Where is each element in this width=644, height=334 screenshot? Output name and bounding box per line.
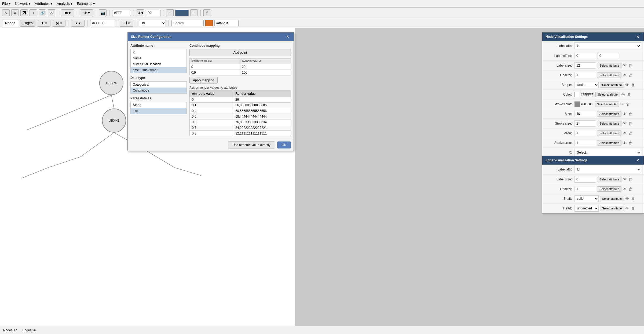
node-stroke-size-del[interactable]: 🗑 bbox=[627, 121, 633, 126]
node-shape-select-attr[interactable]: Select attribute bbox=[600, 82, 624, 88]
node-viz-close[interactable]: ✕ bbox=[635, 35, 641, 39]
node-opacity-eye[interactable]: 👁 bbox=[621, 72, 627, 78]
edges-tab[interactable]: Edges bbox=[20, 20, 36, 27]
menu-examples[interactable]: Examples ▾ bbox=[77, 2, 95, 6]
rotation-input[interactable] bbox=[146, 10, 160, 16]
edge-label-size-eye[interactable]: 👁 bbox=[621, 177, 627, 182]
size-render-close[interactable]: ✕ bbox=[285, 35, 290, 39]
edge-shaft-del[interactable]: 🗑 bbox=[630, 196, 636, 201]
tool-select[interactable]: ↖ bbox=[2, 9, 10, 16]
parse-string[interactable]: String bbox=[131, 102, 186, 108]
node-stroke-area-select-attr[interactable]: Select attribute bbox=[597, 140, 621, 146]
node-rbbp4[interactable]: RBBP4 bbox=[99, 71, 123, 95]
map-render-1[interactable] bbox=[242, 71, 289, 74]
tool-image[interactable]: 🖼 bbox=[20, 9, 28, 16]
edge-viz-close[interactable]: ✕ bbox=[635, 158, 641, 162]
edge-head-eye[interactable]: 👁 bbox=[624, 206, 630, 211]
node-opacity-select-attr[interactable]: Select attribute bbox=[597, 72, 621, 78]
rotate-ccw[interactable]: ↺ ▾ bbox=[137, 9, 144, 16]
map-render-0[interactable] bbox=[242, 65, 289, 69]
node-x-select[interactable]: Select... bbox=[575, 149, 641, 156]
node-color-input[interactable] bbox=[90, 20, 114, 26]
node-color-select-attr[interactable]: Select attribute bbox=[595, 92, 620, 97]
node-stroke-area-eye[interactable]: 👁 bbox=[621, 140, 627, 146]
node-color-swatch[interactable] bbox=[575, 92, 580, 97]
node-stroke-size-eye[interactable]: 👁 bbox=[621, 121, 627, 126]
menu-network[interactable]: Network ▾ bbox=[15, 2, 31, 6]
add-point-btn[interactable]: Add point bbox=[189, 49, 291, 56]
attr-subcellular[interactable]: subcellular_location bbox=[131, 61, 186, 67]
tool-screenshot[interactable]: 📷 bbox=[99, 9, 107, 16]
node-size-input[interactable] bbox=[575, 111, 596, 117]
edge-opacity-eye[interactable]: 👁 bbox=[621, 186, 627, 192]
node-label-offset-y[interactable] bbox=[598, 53, 619, 59]
label-btn[interactable]: Tl ▾ bbox=[120, 20, 133, 27]
color-display[interactable] bbox=[175, 10, 189, 16]
node-stroke-color-swatch[interactable] bbox=[575, 101, 580, 107]
map-attr-0[interactable] bbox=[191, 65, 239, 69]
map-attr-1[interactable] bbox=[191, 71, 239, 74]
tool-move[interactable]: ✥ bbox=[11, 9, 19, 16]
node-color-del[interactable]: 🗑 bbox=[626, 92, 632, 97]
node-color-eye[interactable]: 👁 bbox=[620, 92, 626, 97]
parse-list-item[interactable]: List bbox=[131, 108, 186, 114]
node-stroke-color-select-attr[interactable]: Select attribute bbox=[595, 101, 619, 107]
edge-label-size-input[interactable] bbox=[575, 176, 596, 183]
attr-time[interactable]: time1,time2,time3 bbox=[131, 67, 186, 73]
help-btn[interactable]: ? bbox=[203, 9, 211, 16]
tool-share[interactable]: ⇉ ▾ bbox=[61, 9, 74, 16]
node-label-size-eye[interactable]: 👁 bbox=[621, 63, 627, 68]
node-stroke-area-del[interactable]: 🗑 bbox=[627, 140, 633, 146]
node-label-offset-x[interactable] bbox=[575, 53, 596, 59]
zoom-in[interactable]: ＋ bbox=[190, 9, 198, 16]
tool-add-edge[interactable]: 🔗 bbox=[39, 9, 46, 16]
edge-label-attr-select[interactable]: Id bbox=[575, 166, 641, 173]
node-size-eye[interactable]: 👁 bbox=[621, 111, 627, 117]
dtype-continuous[interactable]: Continuous bbox=[131, 88, 186, 93]
edge-shaft-select-attr[interactable]: Select attribute bbox=[600, 196, 624, 201]
node-area-select-attr[interactable]: Select attribute bbox=[597, 130, 621, 136]
node-opacity-del[interactable]: 🗑 bbox=[627, 72, 633, 78]
accent-hex-input[interactable] bbox=[214, 20, 239, 26]
node-ubxn1[interactable]: UBXN1 bbox=[102, 108, 126, 133]
node-shape-del[interactable]: 🗑 bbox=[630, 82, 636, 88]
node-label-size-select-attr[interactable]: Select attribute bbox=[597, 63, 621, 68]
tool-add-node[interactable]: + bbox=[30, 9, 37, 16]
menu-attributes[interactable]: Attributes ▾ bbox=[35, 2, 53, 6]
node-stroke-size-select-attr[interactable]: Select attribute bbox=[597, 121, 621, 126]
edge-head-del[interactable]: 🗑 bbox=[630, 206, 636, 211]
menu-analysis[interactable]: Analysis ▾ bbox=[57, 2, 72, 6]
edge-head-select-attr[interactable]: Select attribute bbox=[600, 206, 624, 211]
node-opacity-input[interactable] bbox=[575, 72, 596, 78]
node-label-size-del[interactable]: 🗑 bbox=[627, 63, 633, 68]
edge-label-size-del[interactable]: 🗑 bbox=[627, 177, 633, 182]
tool-delete[interactable]: ✕ bbox=[48, 9, 55, 16]
node-stroke-size-input[interactable] bbox=[575, 120, 596, 127]
node-area-eye[interactable]: 👁 bbox=[621, 130, 627, 136]
node-shape-eye[interactable]: 👁 bbox=[624, 82, 630, 88]
node-stroke-color-del[interactable]: 🗑 bbox=[625, 101, 631, 107]
edge-shaft-eye[interactable]: 👁 bbox=[624, 196, 630, 201]
node-label-attr-select[interactable]: Id bbox=[575, 42, 641, 49]
edge-shaft-select[interactable]: solid bbox=[575, 195, 599, 202]
attr-name[interactable]: Name bbox=[131, 55, 186, 61]
attr-id[interactable]: Id bbox=[131, 49, 186, 55]
node-shape-select[interactable]: circle bbox=[575, 82, 599, 88]
zoom-out[interactable]: － bbox=[166, 9, 174, 16]
node-area-del[interactable]: 🗑 bbox=[627, 130, 633, 136]
edge-opacity-del[interactable]: 🗑 bbox=[627, 186, 633, 192]
node-size-del[interactable]: 🗑 bbox=[627, 111, 633, 117]
node-stroke-area-input[interactable] bbox=[575, 140, 596, 146]
circle-select[interactable]: ◉ ▾ bbox=[52, 20, 65, 27]
nodes-tab[interactable]: Nodes bbox=[2, 20, 18, 27]
star-btn[interactable]: ★ ▾ bbox=[37, 20, 50, 27]
node-area-input[interactable] bbox=[575, 130, 596, 136]
node-stroke-color-eye[interactable]: 👁 bbox=[619, 101, 625, 107]
menu-file[interactable]: File ▾ bbox=[2, 2, 11, 6]
edge-head-select[interactable]: undirected bbox=[575, 205, 599, 212]
label-select[interactable]: Id bbox=[139, 20, 166, 26]
node-shape[interactable]: ● ▾ bbox=[71, 20, 85, 27]
edge-opacity-input[interactable] bbox=[575, 186, 596, 192]
dtype-categorical[interactable]: Categorical bbox=[131, 82, 186, 88]
node-label-size-input[interactable] bbox=[575, 62, 596, 69]
